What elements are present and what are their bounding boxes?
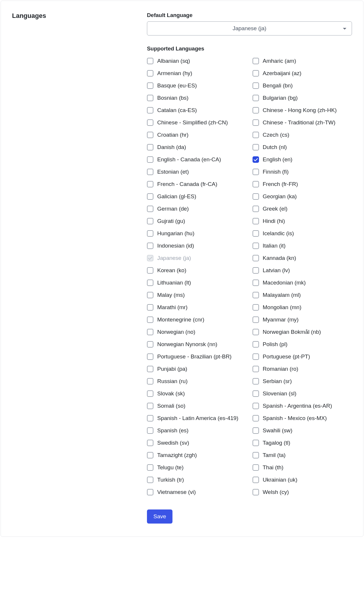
checkbox-icon <box>253 329 259 335</box>
language-checkbox-row[interactable]: Romanian (ro) <box>253 363 352 375</box>
language-checkbox-row[interactable]: Slovak (sk) <box>147 387 247 400</box>
language-checkbox-row[interactable]: Serbian (sr) <box>253 375 352 387</box>
checkbox-icon <box>147 156 153 163</box>
language-checkbox-row[interactable]: Spanish (es) <box>147 424 247 437</box>
language-checkbox-row[interactable]: Chinese - Traditional (zh-TW) <box>253 116 352 129</box>
language-checkbox-row[interactable]: French (fr-FR) <box>253 178 352 190</box>
language-checkbox-row[interactable]: Norwegian Nynorsk (nn) <box>147 338 247 351</box>
checkbox-icon <box>253 304 259 311</box>
language-checkbox-row[interactable]: Montenegrine (cnr) <box>147 314 247 326</box>
language-checkbox-row[interactable]: Russian (ru) <box>147 375 247 387</box>
language-checkbox-row[interactable]: Gujrati (gu) <box>147 215 247 227</box>
language-checkbox-row[interactable]: Polish (pl) <box>253 338 352 351</box>
language-checkbox-row[interactable]: Marathi (mr) <box>147 301 247 314</box>
language-checkbox-row[interactable]: Turkish (tr) <box>147 474 247 486</box>
language-label: Spanish (es) <box>157 427 189 434</box>
language-checkbox-row[interactable]: Tagalog (tl) <box>253 437 352 449</box>
checkbox-icon <box>147 230 153 237</box>
language-checkbox-row[interactable]: Bulgarian (bg) <box>253 92 352 104</box>
language-checkbox-row[interactable]: Hindi (hi) <box>253 215 352 227</box>
language-checkbox-row[interactable]: Swedish (sv) <box>147 437 247 449</box>
language-checkbox-row[interactable]: Swahili (sw) <box>253 424 352 437</box>
language-checkbox-row[interactable]: Amharic (am) <box>253 55 352 67</box>
language-checkbox-row[interactable]: Indonesian (id) <box>147 240 247 252</box>
checkbox-icon <box>147 144 153 150</box>
language-checkbox-row[interactable]: French - Canada (fr-CA) <box>147 178 247 190</box>
language-checkbox-row[interactable]: Czech (cs) <box>253 129 352 141</box>
language-checkbox-row[interactable]: Italian (it) <box>253 240 352 252</box>
language-checkbox-row[interactable]: Portuguese (pt-PT) <box>253 351 352 363</box>
language-label: Welsh (cy) <box>263 489 289 495</box>
language-checkbox-row[interactable]: Welsh (cy) <box>253 486 352 498</box>
language-checkbox-row[interactable]: English (en) <box>253 153 352 166</box>
language-label: Korean (ko) <box>157 267 186 274</box>
language-checkbox-row[interactable]: Bengali (bn) <box>253 79 352 92</box>
checkbox-icon <box>147 58 153 64</box>
language-checkbox-row[interactable]: Spanish - Latin America (es-419) <box>147 412 247 424</box>
language-checkbox-row[interactable]: Macedonian (mk) <box>253 277 352 289</box>
section-left: Languages <box>12 12 135 524</box>
language-checkbox-row[interactable]: Ukrainian (uk) <box>253 474 352 486</box>
language-checkbox-row[interactable]: Croatian (hr) <box>147 129 247 141</box>
checkbox-icon <box>147 477 153 483</box>
language-checkbox-row[interactable]: Thai (th) <box>253 461 352 474</box>
language-checkbox-row[interactable]: English - Canada (en-CA) <box>147 153 247 166</box>
checkbox-icon <box>147 415 153 421</box>
language-checkbox-row[interactable]: Greek (el) <box>253 203 352 215</box>
language-checkbox-row[interactable]: Spanish - Mexico (es-MX) <box>253 412 352 424</box>
language-checkbox-row[interactable]: Albanian (sq) <box>147 55 247 67</box>
language-checkbox-row[interactable]: Finnish (fi) <box>253 166 352 178</box>
language-label: Swedish (sv) <box>157 440 189 446</box>
language-checkbox-row[interactable]: Bosnian (bs) <box>147 92 247 104</box>
language-label: Basque (eu-ES) <box>157 82 197 89</box>
language-checkbox-row[interactable]: Malayalam (ml) <box>253 289 352 301</box>
language-label: French (fr-FR) <box>263 181 298 187</box>
language-checkbox-row[interactable]: Tamazight (zgh) <box>147 449 247 461</box>
language-checkbox-row[interactable]: Norwegian (no) <box>147 326 247 338</box>
language-checkbox-row[interactable]: Dutch (nl) <box>253 141 352 153</box>
language-checkbox-row[interactable]: Tamil (ta) <box>253 449 352 461</box>
language-checkbox-row[interactable]: German (de) <box>147 203 247 215</box>
language-checkbox-row[interactable]: Spanish - Argentina (es-AR) <box>253 400 352 412</box>
language-checkbox-row[interactable]: Kannada (kn) <box>253 252 352 264</box>
language-label: Bosnian (bs) <box>157 95 189 101</box>
language-checkbox-row[interactable]: Korean (ko) <box>147 264 247 277</box>
language-checkbox-row[interactable]: Somali (so) <box>147 400 247 412</box>
language-checkbox-row[interactable]: Danish (da) <box>147 141 247 153</box>
language-checkbox-row[interactable]: Galician (gl-ES) <box>147 190 247 203</box>
language-checkbox-row[interactable]: Azerbaijani (az) <box>253 67 352 79</box>
language-checkbox-row[interactable]: Georgian (ka) <box>253 190 352 203</box>
save-button[interactable]: Save <box>147 509 172 524</box>
language-label: Chinese - Hong Kong (zh-HK) <box>263 107 337 114</box>
language-checkbox-row[interactable]: Mongolian (mn) <box>253 301 352 314</box>
language-checkbox-row[interactable]: Malay (ms) <box>147 289 247 301</box>
language-checkbox-row[interactable]: Norwegian Bokmål (nb) <box>253 326 352 338</box>
language-checkbox-row[interactable]: Lithuanian (lt) <box>147 277 247 289</box>
language-label: Serbian (sr) <box>263 378 292 385</box>
language-checkbox-row[interactable]: Myanmar (my) <box>253 314 352 326</box>
language-checkbox-row[interactable]: Icelandic (is) <box>253 227 352 240</box>
language-checkbox-row[interactable]: Portuguese - Brazilian (pt-BR) <box>147 351 247 363</box>
language-checkbox-row[interactable]: Estonian (et) <box>147 166 247 178</box>
checkbox-icon <box>253 415 259 421</box>
language-checkbox-row[interactable]: Armenian (hy) <box>147 67 247 79</box>
language-checkbox-row[interactable]: Basque (eu-ES) <box>147 79 247 92</box>
language-checkbox-row[interactable]: Punjabi (pa) <box>147 363 247 375</box>
language-checkbox-row[interactable]: Telugu (te) <box>147 461 247 474</box>
language-label: Indonesian (id) <box>157 243 194 249</box>
language-checkbox-row[interactable]: Catalan (ca-ES) <box>147 104 247 116</box>
checkbox-icon <box>253 119 259 126</box>
language-label: Turkish (tr) <box>157 477 184 483</box>
default-language-select[interactable]: Japanese (ja) <box>147 21 352 35</box>
language-label: Danish (da) <box>157 144 186 150</box>
language-label: Thai (th) <box>263 464 284 471</box>
language-checkbox-row[interactable]: Latvian (lv) <box>253 264 352 277</box>
language-checkbox-row[interactable]: Vietnamese (vi) <box>147 486 247 498</box>
language-checkbox-row[interactable]: Hungarian (hu) <box>147 227 247 240</box>
language-checkbox-row[interactable]: Chinese - Simplified (zh-CN) <box>147 116 247 129</box>
checkbox-icon <box>147 169 153 175</box>
language-label: Malayalam (ml) <box>263 292 301 298</box>
language-checkbox-row[interactable]: Slovenian (sl) <box>253 387 352 400</box>
language-checkbox-row[interactable]: Chinese - Hong Kong (zh-HK) <box>253 104 352 116</box>
checkbox-icon <box>147 452 153 458</box>
